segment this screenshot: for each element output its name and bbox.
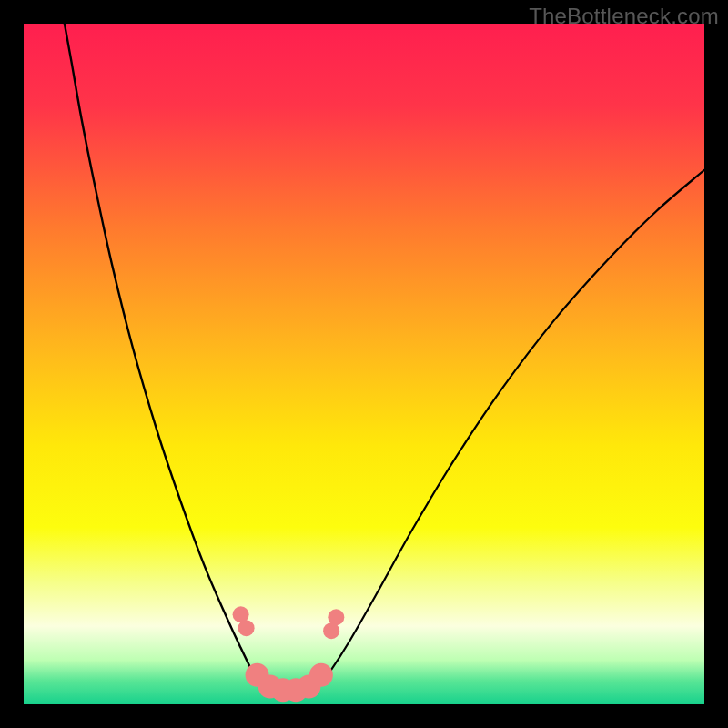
marker-dot: [238, 620, 255, 636]
marker-dot: [328, 609, 344, 625]
marker-dot: [309, 663, 333, 687]
chart-svg: [24, 24, 704, 704]
gradient-background: [24, 24, 704, 704]
outer-black-frame: TheBottleneck.com: [0, 0, 728, 728]
watermark-text: TheBottleneck.com: [529, 4, 719, 29]
plot-area: [24, 24, 704, 704]
